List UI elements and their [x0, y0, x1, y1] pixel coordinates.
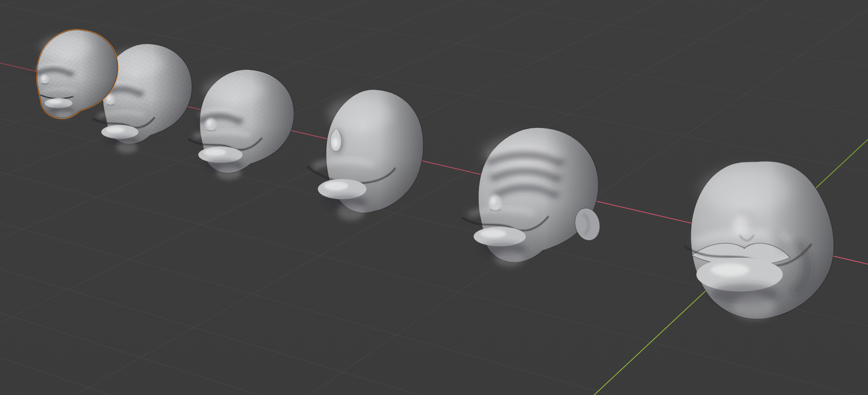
head-object-6[interactable]: [684, 161, 834, 320]
viewport-canvas[interactable]: [0, 0, 868, 395]
3d-viewport[interactable]: [0, 0, 868, 395]
head-object-4[interactable]: [307, 90, 423, 221]
scene-objects: [35, 30, 834, 320]
head-object-3[interactable]: [189, 69, 294, 179]
head-object-5[interactable]: [462, 127, 602, 267]
